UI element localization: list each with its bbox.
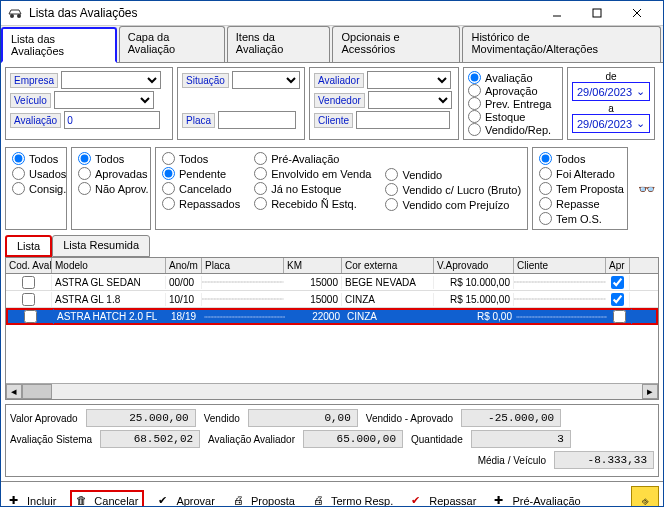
label-quantidade: Quantidade: [411, 434, 463, 445]
tab-lista-avaliacoes[interactable]: Lista das Avaliações: [1, 27, 117, 63]
tab-capa[interactable]: Capa da Avaliação: [119, 26, 225, 62]
value-quantidade: 3: [471, 430, 571, 448]
radio-date-preventrega[interactable]: Prev. Entrega: [468, 97, 558, 110]
window-title: Lista das Avaliações: [29, 6, 537, 20]
radio-date-estoque[interactable]: Estoque: [468, 110, 558, 123]
btn-proposta[interactable]: 🖨Proposta: [229, 492, 299, 507]
radio-aprov-todos[interactable]: Todos: [78, 152, 144, 165]
label-media: Média / Veículo: [478, 455, 546, 466]
col-vaprovado[interactable]: V.Aprovado: [434, 258, 514, 273]
input-placa[interactable]: [218, 111, 296, 129]
action-toolbar: ✚Incluir 🗑Cancelar ✔Aprovar 🖨Proposta 🖨T…: [1, 481, 663, 507]
btn-exit[interactable]: ⎆: [631, 486, 659, 507]
radio-ext-temos[interactable]: Tem O.S.: [539, 212, 621, 225]
row-checkbox[interactable]: [22, 293, 35, 306]
label-avaliacao: Avaliação: [10, 113, 61, 128]
radio-ext-todos[interactable]: Todos: [539, 152, 621, 165]
combo-avaliador[interactable]: [367, 71, 451, 89]
search-button[interactable]: 👓: [632, 147, 661, 230]
col-cliente[interactable]: Cliente: [514, 258, 606, 273]
radio-status-recnestq[interactable]: Recebido Ñ Estq.: [254, 197, 371, 210]
value-av-avaliador: 65.000,00: [303, 430, 403, 448]
row-checkbox[interactable]: [24, 310, 37, 323]
label-de: de: [572, 71, 650, 82]
chevron-down-icon: ⌄: [636, 117, 645, 130]
btn-aprovar[interactable]: ✔Aprovar: [154, 492, 219, 507]
combo-situacao[interactable]: [232, 71, 300, 89]
radio-tipo-todos[interactable]: Todos: [12, 152, 60, 165]
cell-placa: [202, 281, 284, 283]
radio-ext-repasse[interactable]: Repasse: [539, 197, 621, 210]
combo-vendedor[interactable]: [368, 91, 452, 109]
grid-header: Cod. Aval Modelo Ano/m Placa KM Cor exte…: [6, 258, 658, 274]
label-avaliador: Avaliador: [314, 73, 364, 88]
radio-date-avaliacao[interactable]: Avaliação: [468, 71, 558, 84]
scroll-left-button[interactable]: ◂: [6, 384, 22, 399]
tab-opcionais[interactable]: Opcionais e Acessórios: [332, 26, 460, 62]
radio-tipo-usados[interactable]: Usados: [12, 167, 60, 180]
radio-date-vendidorep[interactable]: Vendido/Rep.: [468, 123, 558, 136]
tab-itens[interactable]: Itens da Avaliação: [227, 26, 331, 62]
col-cor[interactable]: Cor externa: [342, 258, 434, 273]
col-km[interactable]: KM: [284, 258, 342, 273]
scroll-right-button[interactable]: ▸: [642, 384, 658, 399]
totals-panel: Valor Aprovado 25.000,00 Vendido 0,00 Ve…: [5, 404, 659, 477]
col-aprovado[interactable]: Apr: [606, 258, 630, 273]
table-row-selected[interactable]: ASTRA HATCH 2.0 FL 18/19 22000 CINZA R$ …: [6, 308, 658, 325]
input-cliente[interactable]: [356, 111, 450, 129]
close-button[interactable]: [617, 1, 657, 25]
date-to[interactable]: 29/06/2023⌄: [572, 114, 650, 133]
radio-tipo-consig[interactable]: Consig.: [12, 182, 60, 195]
row-checkbox[interactable]: [22, 276, 35, 289]
horizontal-scrollbar[interactable]: ◂ ▸: [6, 383, 658, 399]
btn-incluir[interactable]: ✚Incluir: [5, 492, 60, 507]
radio-ext-foialt[interactable]: Foi Alterado: [539, 167, 621, 180]
btn-repassar[interactable]: ✔Repassar: [407, 492, 480, 507]
trash-icon: 🗑: [76, 494, 90, 507]
row-approved-checkbox[interactable]: [611, 276, 624, 289]
input-avaliacao[interactable]: [64, 111, 160, 129]
maximize-button[interactable]: [577, 1, 617, 25]
radio-status-vendlucro[interactable]: Vendido c/ Lucro (Bruto): [385, 183, 521, 196]
row-approved-checkbox[interactable]: [611, 293, 624, 306]
combo-empresa[interactable]: [61, 71, 161, 89]
tab-historico[interactable]: Histórico de Movimentação/Alterações: [462, 26, 661, 62]
data-grid: Cod. Aval Modelo Ano/m Placa KM Cor exte…: [5, 257, 659, 400]
btn-termo[interactable]: 🖨Termo Resp.: [309, 492, 397, 507]
radio-status-cancelado[interactable]: Cancelado: [162, 182, 240, 195]
radio-status-jaestoque[interactable]: Já no Estoque: [254, 182, 371, 195]
chevron-down-icon: ⌄: [636, 85, 645, 98]
col-ano[interactable]: Ano/m: [166, 258, 202, 273]
app-icon: [7, 5, 23, 21]
value-valor-aprovado: 25.000,00: [86, 409, 196, 427]
radio-aprov-aprovadas[interactable]: Aprovadas: [78, 167, 144, 180]
radio-status-todos[interactable]: Todos: [162, 152, 240, 165]
radio-status-repassados[interactable]: Repassados: [162, 197, 240, 210]
date-from[interactable]: 29/06/2023⌄: [572, 82, 650, 101]
table-row[interactable]: ASTRA GL 1.8 10/10 15000 CINZA R$ 15.000…: [6, 291, 658, 308]
main-tabs: Lista das Avaliações Capa da Avaliação I…: [1, 26, 663, 63]
radio-aprov-naoaprov[interactable]: Não Aprov.: [78, 182, 144, 195]
radio-ext-temprop[interactable]: Tem Proposta: [539, 182, 621, 195]
col-placa[interactable]: Placa: [202, 258, 284, 273]
radio-status-vendprej[interactable]: Vendido com Prejuízo: [385, 198, 521, 211]
subtab-resumida[interactable]: Lista Resumida: [52, 235, 150, 257]
printer-icon: 🖨: [313, 494, 327, 507]
col-cod[interactable]: Cod. Aval: [6, 258, 52, 273]
label-cliente: Cliente: [314, 113, 353, 128]
subtab-lista[interactable]: Lista: [5, 235, 52, 257]
radio-status-vendido[interactable]: Vendido: [385, 168, 521, 181]
filter-panel: Empresa Veículo Avaliação Situação Placa…: [1, 63, 663, 144]
row-approved-checkbox[interactable]: [613, 310, 626, 323]
radio-status-pendente[interactable]: Pendente: [162, 167, 240, 180]
minimize-button[interactable]: [537, 1, 577, 25]
table-row[interactable]: ASTRA GL SEDAN 00/00 15000 BEGE NEVADA R…: [6, 274, 658, 291]
btn-cancelar[interactable]: 🗑Cancelar: [70, 490, 144, 507]
scroll-thumb[interactable]: [22, 384, 52, 399]
col-modelo[interactable]: Modelo: [52, 258, 166, 273]
radio-status-envvenda[interactable]: Envolvido em Venda: [254, 167, 371, 180]
combo-veiculo[interactable]: [54, 91, 154, 109]
radio-date-aprovacao[interactable]: Aprovação: [468, 84, 558, 97]
radio-status-preav[interactable]: Pré-Avaliação: [254, 152, 371, 165]
btn-preavaliacao[interactable]: ✚Pré-Avaliação: [490, 492, 584, 507]
